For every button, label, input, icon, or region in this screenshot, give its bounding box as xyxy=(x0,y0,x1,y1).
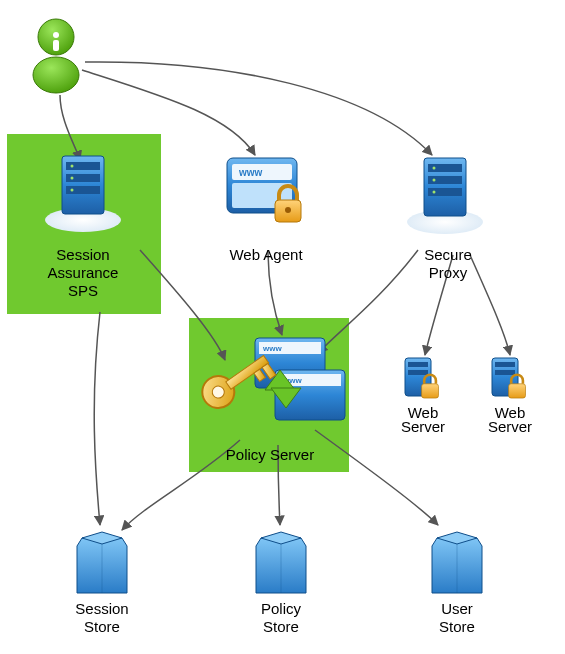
secure-proxy-label-2: Proxy xyxy=(429,264,468,281)
policy-store-label-1: Policy xyxy=(261,600,302,617)
svg-rect-52 xyxy=(509,384,526,398)
svg-text:www: www xyxy=(238,167,263,178)
svg-text:www: www xyxy=(262,344,282,353)
edge-session-sessionstore xyxy=(94,312,100,525)
policy-store-label-2: Store xyxy=(263,618,299,635)
web-server-2-node xyxy=(492,358,526,398)
user-store-node xyxy=(432,532,482,593)
svg-point-17 xyxy=(71,165,74,168)
policy-store-node xyxy=(256,532,306,593)
svg-rect-50 xyxy=(495,362,515,367)
svg-point-25 xyxy=(285,207,291,213)
svg-point-2 xyxy=(53,32,59,38)
user-store-label-2: Store xyxy=(439,618,475,635)
svg-rect-51 xyxy=(495,370,515,375)
session-store-label-2: Store xyxy=(84,618,120,635)
svg-point-19 xyxy=(71,189,74,192)
svg-point-31 xyxy=(433,167,436,170)
edge-proxy-policy xyxy=(318,250,418,353)
secure-proxy-label-1: Secure xyxy=(424,246,472,263)
web-server-2-label-2: Server xyxy=(488,418,532,435)
svg-point-32 xyxy=(433,179,436,182)
svg-point-0 xyxy=(33,57,79,93)
web-server-1-label-2: Server xyxy=(401,418,445,435)
edge-policy-userstore xyxy=(315,430,438,525)
svg-rect-46 xyxy=(408,362,428,367)
session-assurance-label-3: SPS xyxy=(68,282,98,299)
web-server-1-node xyxy=(405,358,439,398)
secure-proxy-node xyxy=(407,158,483,234)
web-agent-label: Web Agent xyxy=(229,246,303,263)
web-agent-node: www xyxy=(227,158,301,222)
edge-proxy-web2 xyxy=(470,255,510,355)
session-assurance-label-2: Assurance xyxy=(48,264,119,281)
architecture-diagram: Session Assurance SPS www Web Agent Secu… xyxy=(0,0,565,654)
session-store-label-1: Session xyxy=(75,600,128,617)
svg-point-18 xyxy=(71,177,74,180)
svg-rect-47 xyxy=(408,370,428,375)
user-store-label-1: User xyxy=(441,600,473,617)
session-store-node xyxy=(77,532,127,593)
svg-rect-3 xyxy=(53,40,59,51)
svg-point-33 xyxy=(433,191,436,194)
policy-server-label: Policy Server xyxy=(226,446,314,463)
user-icon xyxy=(33,19,79,93)
session-assurance-label-1: Session xyxy=(56,246,109,263)
svg-rect-48 xyxy=(422,384,439,398)
